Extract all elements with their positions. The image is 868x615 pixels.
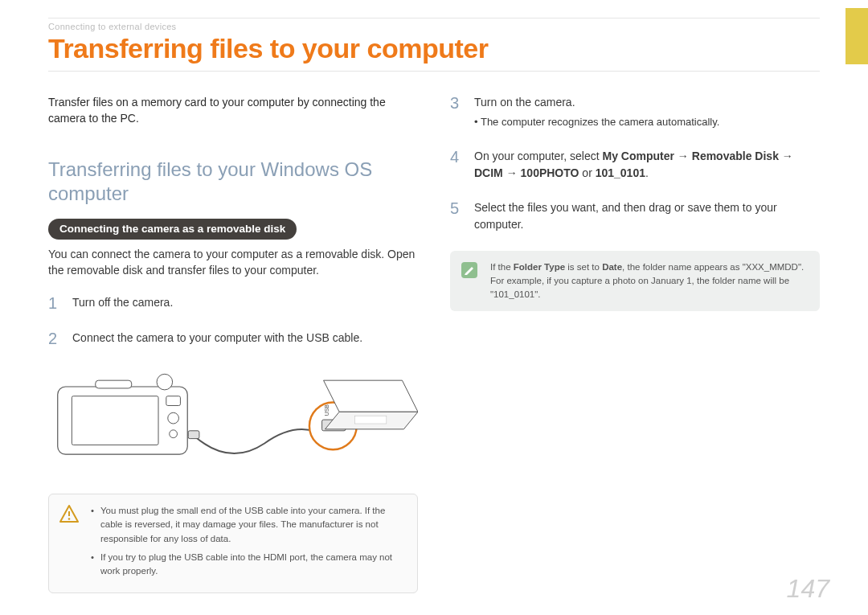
procedure-pill: Connecting the camera as a removable dis… xyxy=(48,219,297,240)
laptop-icon xyxy=(324,380,418,429)
warning-item: You must plug the small end of the USB c… xyxy=(91,504,404,546)
step-text: On your computer, select My Computer → R… xyxy=(474,148,820,182)
svg-rect-1 xyxy=(72,396,158,445)
step-4: 4 On your computer, select My Computer →… xyxy=(450,148,820,182)
step-text: Turn on the camera. xyxy=(474,96,575,109)
step-text: Connect the camera to your computer with… xyxy=(72,330,362,347)
svg-rect-5 xyxy=(96,380,132,388)
svg-point-14 xyxy=(68,518,71,520)
step-number: 5 xyxy=(450,199,463,233)
step-text: Turn off the camera. xyxy=(72,294,173,312)
svg-rect-7 xyxy=(188,431,199,439)
svg-point-3 xyxy=(168,412,179,424)
rule-under-title xyxy=(48,71,820,72)
page-number: 147 xyxy=(787,574,829,604)
step-3: 3 Turn on the camera. The computer recog… xyxy=(450,94,820,130)
right-column: 3 Turn on the camera. The computer recog… xyxy=(450,94,820,593)
section-tab xyxy=(845,8,868,64)
intro-text: Transfer files on a memory card to your … xyxy=(48,94,418,127)
page-content: Connecting to external devices Transferr… xyxy=(0,0,868,601)
note-text: If the Folder Type is set to Date, the f… xyxy=(490,260,807,302)
svg-point-6 xyxy=(157,375,173,391)
rule-top xyxy=(48,18,820,18)
note-icon xyxy=(460,260,479,280)
step-number: 1 xyxy=(48,294,61,312)
warning-icon xyxy=(59,504,80,523)
page-title: Transferring files to your computer xyxy=(48,33,820,64)
note-callout: If the Folder Type is set to Date, the f… xyxy=(450,251,820,312)
step-5: 5 Select the files you want, and then dr… xyxy=(450,199,820,233)
step-number: 4 xyxy=(450,148,463,182)
camera-icon xyxy=(58,375,187,455)
step-subtext: The computer recognizes the camera autom… xyxy=(474,114,719,130)
chapter-label: Connecting to external devices xyxy=(48,22,820,31)
svg-point-4 xyxy=(170,430,178,438)
svg-rect-2 xyxy=(166,396,181,406)
step-number: 2 xyxy=(48,330,61,347)
step-text: Select the files you want, and then drag… xyxy=(474,199,820,233)
usb-cable-icon xyxy=(188,429,316,453)
step-number: 3 xyxy=(450,94,463,130)
left-column: Transfer files on a memory card to your … xyxy=(48,94,418,593)
connection-diagram: USB xyxy=(48,371,418,476)
procedure-desc: You can connect the camera to your compu… xyxy=(48,246,418,279)
svg-text:USB: USB xyxy=(324,404,330,416)
section-heading: Transferring files to your Windows OS co… xyxy=(48,158,418,206)
step-2: 2 Connect the camera to your computer wi… xyxy=(48,330,418,347)
warning-item: If you try to plug the USB cable into th… xyxy=(91,551,404,579)
warning-callout: You must plug the small end of the USB c… xyxy=(48,494,418,593)
step-1: 1 Turn off the camera. xyxy=(48,294,418,312)
svg-rect-12 xyxy=(355,416,387,424)
